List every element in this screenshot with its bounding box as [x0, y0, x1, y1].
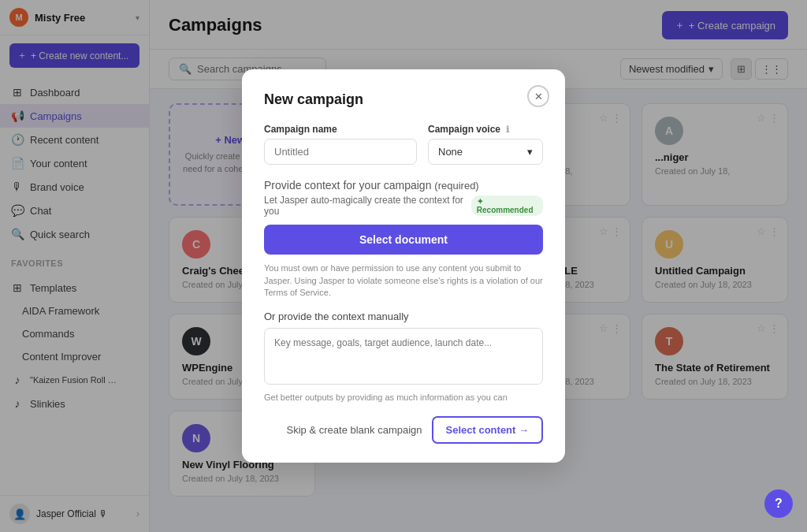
- modal-title: New campaign: [264, 91, 543, 108]
- campaign-voice-label: Campaign voice ℹ: [428, 124, 543, 135]
- context-section: Provide context for your campaign (requi…: [264, 179, 543, 299]
- context-subtitle: Let Jasper auto-magically create the con…: [264, 195, 543, 217]
- modal-overlay: New campaign ✕ Campaign name Campaign vo…: [0, 0, 807, 532]
- modal-close-button[interactable]: ✕: [527, 85, 549, 107]
- select-document-button[interactable]: Select document: [264, 225, 543, 255]
- context-required-text: (required): [434, 180, 478, 192]
- voice-select[interactable]: None ▾: [428, 139, 543, 165]
- voice-label-text: Campaign voice: [428, 124, 500, 135]
- manual-label: Or provide the context manually: [264, 311, 543, 322]
- help-button[interactable]: ?: [764, 489, 793, 518]
- chevron-down-icon: ▾: [527, 146, 533, 158]
- context-title-text: Provide context for your campaign: [264, 179, 431, 192]
- better-outputs-text: Get better outputs by providing as much …: [264, 392, 543, 402]
- campaign-voice-group: Campaign voice ℹ None ▾: [428, 124, 543, 165]
- skip-button[interactable]: Skip & create blank campaign: [287, 424, 422, 436]
- info-icon: ℹ: [506, 125, 509, 134]
- select-content-button[interactable]: Select content →: [432, 416, 543, 444]
- form-row: Campaign name Campaign voice ℹ None ▾: [264, 124, 543, 165]
- voice-option: None: [438, 146, 463, 158]
- campaign-name-label: Campaign name: [264, 124, 417, 135]
- context-title: Provide context for your campaign (requi…: [264, 179, 543, 192]
- disclaimer-text: You must own or have permission to use a…: [264, 262, 543, 299]
- modal-footer: Skip & create blank campaign Select cont…: [264, 416, 543, 444]
- context-subtitle-text: Let Jasper auto-magically create the con…: [264, 195, 467, 217]
- new-campaign-modal: New campaign ✕ Campaign name Campaign vo…: [242, 69, 565, 462]
- context-textarea[interactable]: [264, 328, 543, 385]
- campaign-name-input[interactable]: [264, 139, 417, 165]
- campaign-name-group: Campaign name: [264, 124, 417, 165]
- recommended-badge: ✦ Recommended: [471, 195, 543, 216]
